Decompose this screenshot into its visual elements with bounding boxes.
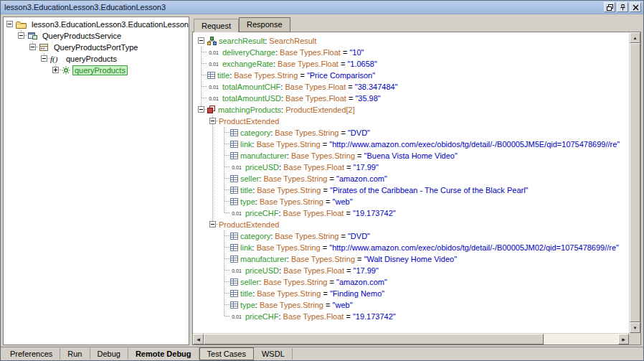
bottom-tab-preferences[interactable]: Preferences	[3, 348, 60, 360]
service-tree-node[interactable]: QueryProductsPortType	[4, 42, 188, 53]
response-tree-node[interactable]: category: Base Types.String = "DVD"	[196, 127, 629, 139]
field-name: priceCHF	[245, 209, 278, 217]
equals-sign: =	[323, 197, 333, 206]
restore-button[interactable]	[604, 2, 615, 12]
bottom-tab-debug[interactable]: Debug	[90, 348, 128, 360]
tab-request[interactable]: Request	[194, 19, 239, 32]
bottom-tab-wsdl[interactable]: WSDL	[255, 348, 293, 360]
response-tree-node[interactable]: link: Base Types.String = "http://www.am…	[196, 242, 629, 253]
tree-connector	[4, 19, 16, 30]
tree-expander[interactable]	[6, 21, 13, 27]
response-tree-node[interactable]: 0.01totalAmountUSD: Base Types.Float = "…	[196, 93, 629, 104]
horizontal-scroll-track[interactable]	[544, 334, 618, 344]
horizontal-scrollbar[interactable]: ◀ ▶	[193, 333, 640, 344]
response-tree-node[interactable]: 0.01exchangeRate: Base Types.Float = "1.…	[196, 58, 629, 70]
tree-guide	[207, 253, 219, 265]
response-tree-node[interactable]: 0.01priceUSD: Base Types.Float = "17.99"	[196, 265, 629, 276]
scroll-down-button[interactable]: ▼	[630, 322, 640, 333]
tree-guide	[207, 196, 219, 207]
float-icon: 0.01	[207, 50, 220, 55]
service-tree-node[interactable]: lesson3.EducationLesson3.EducationLesson…	[4, 19, 188, 30]
service-tree-node[interactable]: QueryProductsService	[4, 30, 188, 42]
tree-guide	[16, 42, 27, 53]
equals-sign: =	[344, 209, 353, 217]
tree-expander[interactable]	[198, 37, 204, 44]
response-tree-node[interactable]: title: Base Types.String = "Pirates of t…	[196, 184, 629, 196]
response-tree-node[interactable]: 0.01priceCHF: Base Types.Float = "19.173…	[196, 311, 629, 322]
response-tree-node[interactable]: 0.01totalAmountCHF: Base Types.Float = "…	[196, 81, 629, 93]
field-name: priceUSD	[245, 163, 279, 172]
field-type: Base Types.Float	[285, 94, 346, 103]
tree-guide	[196, 184, 207, 196]
scroll-right-button[interactable]: ▶	[618, 334, 629, 344]
response-tree-node[interactable]: title: Base Types.String = "Price Compar…	[196, 70, 629, 81]
main-area: lesson3.EducationLesson3.EducationLesson…	[1, 14, 643, 347]
response-tree-node[interactable]: 0.01priceUSD: Base Types.Float = "17.99"	[196, 161, 629, 173]
tree-expander[interactable]	[29, 44, 36, 50]
bottom-tab-run[interactable]: Run	[60, 348, 90, 360]
tree-connector	[219, 230, 230, 242]
response-tree-node[interactable]: link: Base Types.String = "http://www.am…	[196, 139, 629, 150]
scroll-left-button[interactable]: ◀	[193, 334, 204, 344]
function-icon: f()	[50, 55, 62, 63]
node-text: QueryProductsPortType	[52, 42, 140, 52]
field-value: "10"	[349, 48, 364, 57]
vertical-scrollbar[interactable]: ▲ ▼	[629, 32, 640, 333]
response-tree-node[interactable]: seller: Base Types.String = "amazon.com"	[196, 276, 629, 288]
tree-expander[interactable]	[41, 55, 47, 62]
field-name: title	[240, 289, 252, 298]
tab-response[interactable]: Response	[239, 17, 290, 32]
bottom-tab-remote-debug[interactable]: Remote Debug	[128, 348, 199, 360]
tree-guide	[207, 311, 219, 322]
service-tree-node[interactable]: queryProducts	[4, 65, 188, 76]
restore-icon	[607, 2, 613, 13]
response-tree-node[interactable]: type: Base Types.String = "web"	[196, 196, 629, 207]
tree-connector	[196, 93, 207, 104]
response-tree-node[interactable]: matchingProducts: ProductExtended[2]	[196, 104, 629, 116]
node-label: queryProducts	[72, 65, 128, 75]
tree-connector	[219, 207, 230, 219]
close-button[interactable]	[630, 2, 641, 12]
response-tree-node[interactable]: 0.01deliveryCharge: Base Types.Float = "…	[196, 47, 629, 58]
equals-sign: =	[355, 255, 364, 263]
field-value: "Walt Disney Home Video"	[364, 255, 457, 263]
field-type: Base Types.Float	[285, 83, 346, 91]
tree-guide	[39, 65, 50, 76]
node-label: title: Base Types.String = "Finding Nemo…	[240, 289, 384, 298]
string-icon	[230, 232, 238, 240]
tree-expander[interactable]	[198, 106, 204, 113]
field-name: link	[240, 140, 252, 149]
response-tree-node[interactable]: 0.01priceCHF: Base Types.Float = "19.173…	[196, 207, 629, 219]
response-tree-node[interactable]: type: Base Types.String = "web"	[196, 299, 629, 311]
response-tree-node[interactable]: title: Base Types.String = "Finding Nemo…	[196, 288, 629, 299]
horizontal-scroll-thumb[interactable]	[204, 334, 544, 344]
tree-expander[interactable]	[209, 221, 216, 228]
bottom-tab-test-cases[interactable]: Test Cases	[199, 347, 254, 360]
string-icon	[230, 255, 238, 263]
response-view: searchResult: SearchResult0.01deliveryCh…	[192, 32, 641, 345]
response-tree-node[interactable]: manufacturer: Base Types.String = "Buena…	[196, 150, 629, 161]
scroll-up-button[interactable]: ▲	[630, 32, 640, 43]
string-icon	[230, 278, 238, 286]
field-name: totalAmountCHF	[222, 83, 280, 91]
float-icon: 0.01	[230, 268, 243, 273]
field-value: "Finding Nemo"	[330, 289, 384, 298]
float-icon: 0.01	[207, 85, 220, 90]
response-tree-node[interactable]: ProductExtended	[196, 219, 629, 230]
equals-sign: =	[355, 151, 364, 160]
node-type-text: ProductExtended	[219, 220, 279, 229]
tree-expander[interactable]	[209, 118, 216, 124]
tree-guide	[207, 173, 219, 184]
response-tree-node[interactable]: seller: Base Types.String = "amazon.com"	[196, 173, 629, 184]
service-tree-node[interactable]: f()queryProducts	[4, 53, 188, 65]
pin-button[interactable]	[617, 2, 628, 12]
response-tree-node[interactable]: ProductExtended	[196, 116, 629, 127]
response-tree-node[interactable]: manufacturer: Base Types.String = "Walt …	[196, 253, 629, 265]
tree-guide	[207, 139, 219, 150]
tree-expander[interactable]	[52, 67, 59, 73]
tree-connector	[196, 58, 207, 70]
tree-expander[interactable]	[18, 32, 24, 39]
response-tree-node[interactable]: searchResult: SearchResult	[196, 35, 629, 47]
vertical-scroll-thumb[interactable]	[630, 43, 640, 322]
response-tree-node[interactable]: category: Base Types.String = "DVD"	[196, 230, 629, 242]
